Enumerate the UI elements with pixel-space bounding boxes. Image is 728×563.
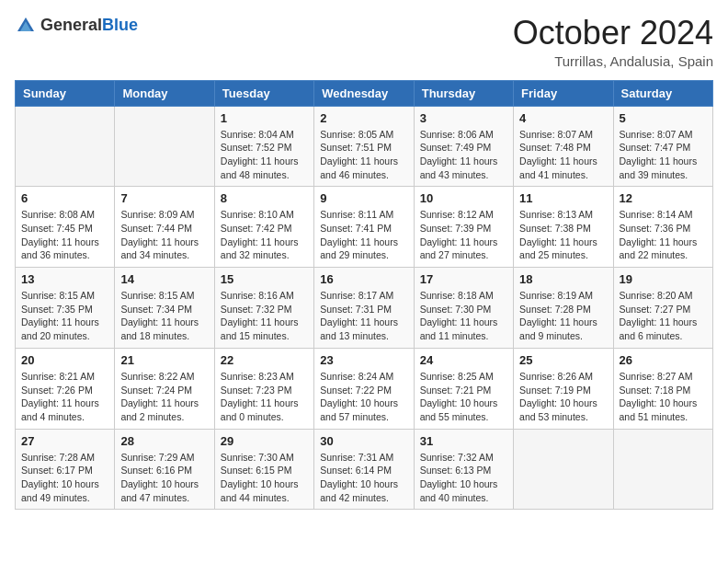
day-info: Sunrise: 8:06 AM Sunset: 7:49 PM Dayligh…: [420, 128, 507, 182]
calendar-cell: 24Sunrise: 8:25 AM Sunset: 7:21 PM Dayli…: [414, 348, 513, 429]
day-info: Sunrise: 8:08 AM Sunset: 7:45 PM Dayligh…: [21, 208, 108, 262]
day-info: Sunrise: 8:07 AM Sunset: 7:48 PM Dayligh…: [519, 128, 607, 182]
day-info: Sunrise: 8:14 AM Sunset: 7:36 PM Dayligh…: [620, 208, 707, 262]
calendar-cell: 10Sunrise: 8:12 AM Sunset: 7:39 PM Dayli…: [414, 187, 513, 268]
day-info: Sunrise: 7:31 AM Sunset: 6:14 PM Dayligh…: [320, 451, 407, 505]
calendar-week-row: 1Sunrise: 8:04 AM Sunset: 7:52 PM Daylig…: [16, 106, 713, 187]
logo-icon: [15, 15, 37, 37]
day-info: Sunrise: 7:32 AM Sunset: 6:13 PM Dayligh…: [420, 451, 507, 505]
day-number: 7: [120, 191, 208, 205]
day-info: Sunrise: 8:17 AM Sunset: 7:31 PM Dayligh…: [320, 289, 407, 343]
day-number: 11: [519, 191, 607, 205]
day-info: Sunrise: 8:15 AM Sunset: 7:35 PM Dayligh…: [21, 289, 108, 343]
logo-text: GeneralBlue: [40, 17, 138, 35]
day-info: Sunrise: 8:23 AM Sunset: 7:23 PM Dayligh…: [221, 370, 308, 424]
logo: GeneralBlue: [15, 15, 138, 37]
day-info: Sunrise: 8:15 AM Sunset: 7:34 PM Dayligh…: [120, 289, 208, 343]
day-info: Sunrise: 8:25 AM Sunset: 7:21 PM Dayligh…: [420, 370, 507, 424]
location-title: Turrillas, Andalusia, Spain: [513, 53, 713, 69]
calendar-cell: 30Sunrise: 7:31 AM Sunset: 6:14 PM Dayli…: [314, 429, 414, 510]
calendar-cell: 29Sunrise: 7:30 AM Sunset: 6:15 PM Dayli…: [214, 429, 313, 510]
calendar-cell: 18Sunrise: 8:19 AM Sunset: 7:28 PM Dayli…: [514, 268, 613, 349]
calendar-cell: 5Sunrise: 8:07 AM Sunset: 7:47 PM Daylig…: [613, 106, 712, 187]
day-of-week-header: Tuesday: [214, 80, 313, 106]
day-info: Sunrise: 8:16 AM Sunset: 7:32 PM Dayligh…: [221, 289, 308, 343]
day-of-week-header: Monday: [115, 80, 214, 106]
day-number: 21: [120, 353, 208, 367]
calendar-cell: 8Sunrise: 8:10 AM Sunset: 7:42 PM Daylig…: [214, 187, 313, 268]
calendar-cell: [115, 106, 214, 187]
calendar-header-row: SundayMondayTuesdayWednesdayThursdayFrid…: [16, 80, 713, 106]
day-number: 4: [519, 111, 607, 125]
day-info: Sunrise: 8:18 AM Sunset: 7:30 PM Dayligh…: [420, 289, 507, 343]
calendar-cell: 12Sunrise: 8:14 AM Sunset: 7:36 PM Dayli…: [613, 187, 712, 268]
day-of-week-header: Thursday: [414, 80, 513, 106]
day-number: 8: [221, 191, 308, 205]
calendar-cell: 26Sunrise: 8:27 AM Sunset: 7:18 PM Dayli…: [613, 348, 712, 429]
day-number: 6: [21, 191, 108, 205]
day-info: Sunrise: 7:30 AM Sunset: 6:15 PM Dayligh…: [221, 451, 308, 505]
day-number: 3: [420, 111, 507, 125]
calendar-cell: 4Sunrise: 8:07 AM Sunset: 7:48 PM Daylig…: [514, 106, 613, 187]
day-info: Sunrise: 8:10 AM Sunset: 7:42 PM Dayligh…: [221, 208, 308, 262]
calendar-cell: 25Sunrise: 8:26 AM Sunset: 7:19 PM Dayli…: [514, 348, 613, 429]
calendar-week-row: 20Sunrise: 8:21 AM Sunset: 7:26 PM Dayli…: [16, 348, 713, 429]
day-number: 23: [320, 353, 407, 367]
calendar-cell: 23Sunrise: 8:24 AM Sunset: 7:22 PM Dayli…: [314, 348, 414, 429]
calendar-cell: 6Sunrise: 8:08 AM Sunset: 7:45 PM Daylig…: [16, 187, 115, 268]
calendar-cell: 21Sunrise: 8:22 AM Sunset: 7:24 PM Dayli…: [115, 348, 214, 429]
day-number: 24: [420, 353, 507, 367]
day-info: Sunrise: 8:09 AM Sunset: 7:44 PM Dayligh…: [120, 208, 208, 262]
calendar-cell: 27Sunrise: 7:28 AM Sunset: 6:17 PM Dayli…: [16, 429, 115, 510]
day-number: 12: [620, 191, 707, 205]
day-number: 31: [420, 434, 507, 448]
calendar-cell: [16, 106, 115, 187]
calendar-cell: 14Sunrise: 8:15 AM Sunset: 7:34 PM Dayli…: [115, 268, 214, 349]
calendar-cell: 3Sunrise: 8:06 AM Sunset: 7:49 PM Daylig…: [414, 106, 513, 187]
day-info: Sunrise: 8:21 AM Sunset: 7:26 PM Dayligh…: [21, 370, 108, 424]
calendar-cell: 11Sunrise: 8:13 AM Sunset: 7:38 PM Dayli…: [514, 187, 613, 268]
day-number: 10: [420, 191, 507, 205]
day-of-week-header: Saturday: [613, 80, 712, 106]
day-info: Sunrise: 8:26 AM Sunset: 7:19 PM Dayligh…: [519, 370, 607, 424]
calendar-cell: 17Sunrise: 8:18 AM Sunset: 7:30 PM Dayli…: [414, 268, 513, 349]
calendar-cell: [613, 429, 712, 510]
day-number: 30: [320, 434, 407, 448]
day-info: Sunrise: 8:11 AM Sunset: 7:41 PM Dayligh…: [320, 208, 407, 262]
calendar-cell: 31Sunrise: 7:32 AM Sunset: 6:13 PM Dayli…: [414, 429, 513, 510]
calendar-table: SundayMondayTuesdayWednesdayThursdayFrid…: [15, 80, 713, 511]
calendar-week-row: 13Sunrise: 8:15 AM Sunset: 7:35 PM Dayli…: [16, 268, 713, 349]
day-info: Sunrise: 7:28 AM Sunset: 6:17 PM Dayligh…: [21, 451, 108, 505]
calendar-week-row: 27Sunrise: 7:28 AM Sunset: 6:17 PM Dayli…: [16, 429, 713, 510]
calendar-cell: 9Sunrise: 8:11 AM Sunset: 7:41 PM Daylig…: [314, 187, 414, 268]
day-of-week-header: Friday: [514, 80, 613, 106]
month-title: October 2024: [513, 15, 713, 52]
day-info: Sunrise: 8:19 AM Sunset: 7:28 PM Dayligh…: [519, 289, 607, 343]
day-number: 13: [21, 272, 108, 286]
logo-general: General: [40, 16, 102, 34]
day-info: Sunrise: 8:12 AM Sunset: 7:39 PM Dayligh…: [420, 208, 507, 262]
day-info: Sunrise: 7:29 AM Sunset: 6:16 PM Dayligh…: [120, 451, 208, 505]
day-number: 20: [21, 353, 108, 367]
calendar-cell: 7Sunrise: 8:09 AM Sunset: 7:44 PM Daylig…: [115, 187, 214, 268]
day-info: Sunrise: 8:20 AM Sunset: 7:27 PM Dayligh…: [620, 289, 707, 343]
calendar-cell: 22Sunrise: 8:23 AM Sunset: 7:23 PM Dayli…: [214, 348, 313, 429]
day-number: 22: [221, 353, 308, 367]
day-number: 28: [120, 434, 208, 448]
day-number: 26: [620, 353, 707, 367]
calendar-cell: 15Sunrise: 8:16 AM Sunset: 7:32 PM Dayli…: [214, 268, 313, 349]
day-of-week-header: Wednesday: [314, 80, 414, 106]
day-number: 19: [620, 272, 707, 286]
calendar-cell: 20Sunrise: 8:21 AM Sunset: 7:26 PM Dayli…: [16, 348, 115, 429]
day-info: Sunrise: 8:05 AM Sunset: 7:51 PM Dayligh…: [320, 128, 407, 182]
day-of-week-header: Sunday: [16, 80, 115, 106]
day-number: 25: [519, 353, 607, 367]
calendar-cell: 2Sunrise: 8:05 AM Sunset: 7:51 PM Daylig…: [314, 106, 414, 187]
day-info: Sunrise: 8:07 AM Sunset: 7:47 PM Dayligh…: [620, 128, 707, 182]
day-info: Sunrise: 8:24 AM Sunset: 7:22 PM Dayligh…: [320, 370, 407, 424]
calendar-cell: 16Sunrise: 8:17 AM Sunset: 7:31 PM Dayli…: [314, 268, 414, 349]
day-number: 18: [519, 272, 607, 286]
day-number: 16: [320, 272, 407, 286]
day-info: Sunrise: 8:27 AM Sunset: 7:18 PM Dayligh…: [620, 370, 707, 424]
calendar-cell: [514, 429, 613, 510]
